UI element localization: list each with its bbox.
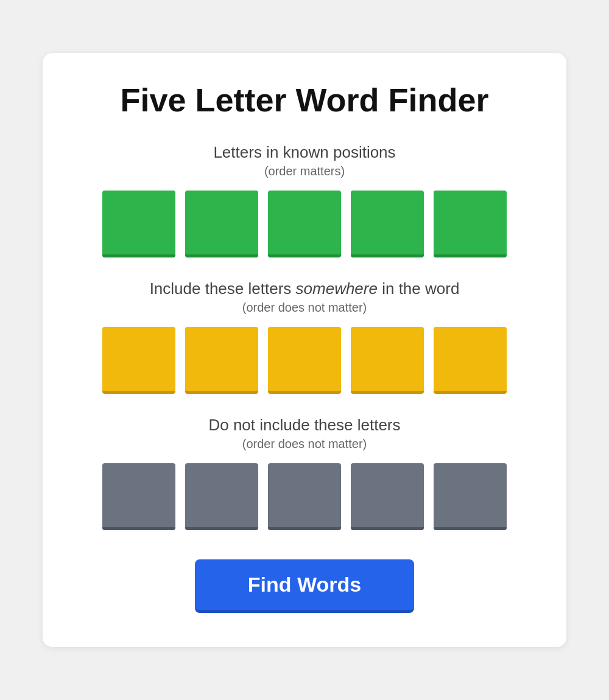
exclude-tile-3[interactable] xyxy=(268,463,341,530)
exclude-tile-2[interactable] xyxy=(185,463,258,530)
known-tile-4[interactable] xyxy=(351,191,424,257)
somewhere-tile-3[interactable] xyxy=(268,327,341,394)
somewhere-section: Include these letters somewhere in the w… xyxy=(79,279,530,394)
somewhere-tile-5[interactable] xyxy=(434,327,507,394)
exclude-section: Do not include these letters (order does… xyxy=(79,416,530,530)
known-tile-1[interactable] xyxy=(102,191,175,257)
main-card: Five Letter Word Finder Letters in known… xyxy=(43,53,566,646)
somewhere-tile-2[interactable] xyxy=(185,327,258,394)
known-tile-2[interactable] xyxy=(185,191,258,257)
page-title: Five Letter Word Finder xyxy=(120,82,488,118)
somewhere-tile-1[interactable] xyxy=(102,327,175,394)
exclude-tile-4[interactable] xyxy=(351,463,424,530)
somewhere-subtitle: (order does not matter) xyxy=(242,301,367,315)
somewhere-title: Include these letters somewhere in the w… xyxy=(150,279,460,298)
known-positions-subtitle: (order matters) xyxy=(264,164,345,178)
exclude-title: Do not include these letters xyxy=(208,416,400,435)
somewhere-tiles xyxy=(102,327,507,394)
exclude-subtitle: (order does not matter) xyxy=(242,437,367,451)
somewhere-tile-4[interactable] xyxy=(351,327,424,394)
exclude-tile-1[interactable] xyxy=(102,463,175,530)
exclude-tile-5[interactable] xyxy=(434,463,507,530)
find-words-button[interactable]: Find Words xyxy=(195,559,414,613)
known-tile-3[interactable] xyxy=(268,191,341,257)
known-positions-section: Letters in known positions (order matter… xyxy=(79,143,530,257)
known-positions-tiles xyxy=(102,191,507,257)
known-tile-5[interactable] xyxy=(434,191,507,257)
known-positions-title: Letters in known positions xyxy=(213,143,395,162)
exclude-tiles xyxy=(102,463,507,530)
